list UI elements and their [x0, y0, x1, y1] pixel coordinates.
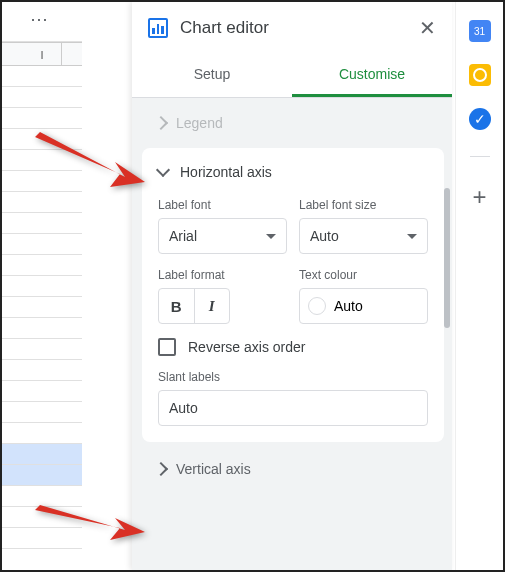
section-legend[interactable]: Legend: [142, 102, 450, 144]
section-haxis-header[interactable]: Horizontal axis: [158, 164, 428, 180]
tab-setup[interactable]: Setup: [132, 54, 292, 97]
label-font-size-dropdown[interactable]: Auto: [299, 218, 428, 254]
panel-title: Chart editor: [180, 18, 407, 38]
reverse-axis-checkbox[interactable]: Reverse axis order: [158, 338, 428, 356]
slant-labels-label: Slant labels: [158, 370, 428, 384]
chevron-down-icon: [156, 163, 170, 177]
more-menu-icon[interactable]: ⋯: [30, 8, 50, 30]
checkbox-icon: [158, 338, 176, 356]
text-colour-dropdown[interactable]: Auto: [299, 288, 428, 324]
annotation-arrow: [30, 122, 150, 206]
chart-editor-panel: Chart editor ✕ Setup Customise Legend Ho…: [132, 2, 452, 570]
panel-body: Legend Horizontal axis Label font Arial …: [132, 98, 452, 570]
spreadsheet-background: I: [2, 2, 82, 570]
chevron-right-icon: [154, 116, 168, 130]
annotation-arrow: [30, 490, 150, 554]
slant-labels-dropdown[interactable]: Auto: [158, 390, 428, 426]
bold-button[interactable]: B: [159, 289, 195, 323]
scrollbar[interactable]: [444, 188, 450, 328]
section-horizontal-axis: Horizontal axis Label font Arial Label f…: [142, 148, 444, 442]
add-icon[interactable]: +: [472, 183, 486, 211]
side-panel: +: [455, 2, 503, 570]
label-font-size-label: Label font size: [299, 198, 428, 212]
close-icon[interactable]: ✕: [419, 16, 436, 40]
chart-icon: [148, 18, 168, 38]
label-font-label: Label font: [158, 198, 287, 212]
label-format-label: Label format: [158, 268, 287, 282]
section-vertical-axis[interactable]: Vertical axis: [142, 448, 450, 490]
calendar-icon[interactable]: [469, 20, 491, 42]
divider: [470, 156, 490, 157]
label-format-buttons: B I: [158, 288, 230, 324]
tab-customise[interactable]: Customise: [292, 54, 452, 97]
text-colour-label: Text colour: [299, 268, 428, 282]
caret-down-icon: [266, 234, 276, 239]
column-header[interactable]: I: [2, 42, 82, 66]
italic-button[interactable]: I: [195, 289, 230, 323]
caret-down-icon: [407, 234, 417, 239]
chevron-right-icon: [154, 462, 168, 476]
tabs: Setup Customise: [132, 54, 452, 98]
label-font-dropdown[interactable]: Arial: [158, 218, 287, 254]
tasks-icon[interactable]: [469, 108, 491, 130]
keep-icon[interactable]: [469, 64, 491, 86]
colour-chip-icon: [308, 297, 326, 315]
